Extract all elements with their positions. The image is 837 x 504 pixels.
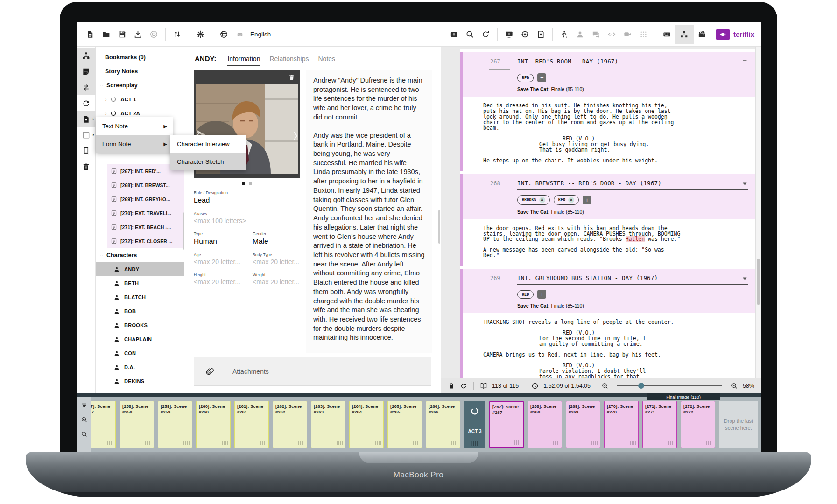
scene-heading[interactable]: INT. BREWSTER -- RED'S DOOR - DAY (1967) (517, 180, 661, 187)
scene-header[interactable]: 268 INT. BREWSTER -- RED'S DOOR - DAY (1… (463, 174, 755, 219)
scene-list-item[interactable]: [269]: INT. GREYHO... (107, 192, 184, 206)
scene-menu-icon[interactable] (742, 59, 748, 65)
scene-list-item[interactable]: [268]: INT. BREWST... (107, 178, 184, 192)
download-button[interactable] (130, 27, 146, 42)
story-notes-header[interactable]: Story Notes (96, 64, 184, 78)
scene-card[interactable]: [261]: Scene #261 (234, 401, 269, 448)
add-tag-button[interactable]: + (537, 290, 546, 299)
body-type-field[interactable]: <max 20 letter... (253, 257, 300, 268)
code-view-button[interactable] (604, 27, 619, 42)
zoom-out-icon[interactable] (601, 382, 609, 390)
attachments-bar[interactable]: Attachments (194, 357, 431, 386)
character-item[interactable]: BLATCH (96, 290, 184, 304)
add-tag-button[interactable]: + (537, 73, 546, 82)
open-folder-button[interactable] (98, 27, 114, 42)
scene-card[interactable]: [266]: Scene #266 (426, 401, 460, 448)
scene-body[interactable]: Red is dressed in his suit. He finishes … (463, 97, 755, 171)
sort-button[interactable] (169, 27, 185, 42)
type-field[interactable]: Human (194, 236, 241, 248)
scene-card[interactable]: [258]: Scene #258 (120, 401, 154, 448)
save-button[interactable] (114, 27, 130, 42)
zoom-in-icon[interactable] (731, 382, 738, 390)
scene-card[interactable]: [264]: Scene #264 (349, 401, 384, 448)
height-field[interactable]: <max 20 letter... (194, 277, 241, 288)
weight-field[interactable]: <max 20 letter... (253, 277, 300, 288)
character-bio[interactable]: Andrew "Andy" Dufresne is the main prota… (306, 70, 432, 353)
tab-relationships[interactable]: Relationships (269, 55, 309, 66)
carousel-dot-active[interactable] (242, 182, 245, 185)
profile-button[interactable] (572, 27, 588, 42)
character-item[interactable]: D.A. (96, 360, 184, 374)
scene-list-item[interactable]: [272]: EXT. CLOSER ... (107, 234, 184, 248)
bookmarks-header[interactable]: Bookmarks (0) (96, 50, 184, 64)
blank-note-button[interactable]: ▸ (77, 127, 96, 143)
refresh-icon[interactable] (460, 382, 467, 390)
screenplay-scrollbar[interactable] (755, 47, 761, 378)
character-item[interactable]: BOB (96, 304, 184, 318)
filmstrip-zoom-out-icon[interactable] (81, 431, 88, 438)
notes-view-button[interactable] (77, 63, 96, 79)
grid-view-button[interactable] (636, 27, 651, 42)
menu-item-text-note[interactable]: Text Note▶ (96, 117, 173, 135)
scene-card-selected[interactable]: [267]: Scene #267 (489, 401, 524, 448)
delete-photo-icon[interactable] (288, 74, 295, 81)
tab-notes[interactable]: Notes (318, 55, 336, 66)
structure-view-button[interactable] (77, 48, 96, 63)
scene-card[interactable]: [269]: Scene #269 (566, 401, 600, 448)
tab-information[interactable]: Information (227, 55, 260, 66)
sync-status-button[interactable] (146, 27, 162, 42)
aliases-field[interactable]: <max 100 letters> (194, 216, 300, 227)
menu-item-form-note[interactable]: Form Note▶ (96, 135, 173, 153)
add-note-button[interactable] (533, 27, 549, 42)
scrollbar-thumb[interactable] (757, 259, 760, 305)
scene-card[interactable]: [270]: Scene #270 (604, 401, 639, 448)
language-globe-button[interactable] (216, 27, 232, 42)
scene-card[interactable]: [257]: Scene #257 (91, 401, 116, 448)
add-note-menu-button[interactable]: ▸ (77, 111, 96, 127)
add-scene-button[interactable] (694, 27, 710, 42)
scene-card[interactable]: [272]: Scene #272 (681, 401, 715, 448)
menu-item-character-interview[interactable]: Character Interview (170, 135, 246, 153)
scene-menu-icon[interactable] (742, 181, 748, 187)
scene-body[interactable]: The door opens. Red exits with his bag a… (463, 219, 755, 266)
scene-heading[interactable]: INT. GREYHOUND BUS STATION - DAY (1967) (517, 274, 658, 281)
board-view-button[interactable] (675, 25, 694, 44)
scene-card[interactable]: [268]: Scene #268 (528, 401, 562, 448)
characters-header[interactable]: Characters (96, 248, 184, 262)
role-field[interactable]: Lead (194, 195, 300, 207)
bookmark-button[interactable] (77, 143, 96, 159)
scene-card[interactable]: [262]: Scene #262 (273, 401, 307, 448)
search-button[interactable] (462, 27, 478, 42)
drop-target[interactable]: Drop the last scene here. (719, 401, 758, 448)
character-item[interactable]: BROOKS (96, 318, 184, 332)
comments-button[interactable] (588, 27, 604, 42)
accessibility-button[interactable] (556, 27, 572, 42)
character-item[interactable]: BETH (96, 276, 184, 290)
scene-card[interactable]: [263]: Scene #263 (311, 401, 345, 448)
character-item[interactable]: CHAPLAIN (96, 332, 184, 346)
tree-item-act1[interactable]: › ACT 1 (96, 92, 184, 106)
refresh-button[interactable] (478, 27, 493, 42)
scene-list-item[interactable]: [271]: EXT. BEACH -... (107, 220, 184, 234)
character-item-andy[interactable]: ANDY (96, 262, 184, 276)
scene-list-item[interactable]: [270]: EXT. TRAVELI... (107, 206, 184, 220)
scene-menu-icon[interactable] (742, 275, 748, 281)
video-button[interactable] (620, 27, 635, 42)
transitions-button[interactable] (77, 79, 96, 95)
character-item[interactable]: CON (96, 346, 184, 360)
character-tag[interactable]: RED✕ (554, 195, 579, 205)
explorer-scrollbar[interactable] (183, 212, 184, 250)
settings-button[interactable] (193, 27, 208, 42)
act3-divider-card[interactable]: ACT 3 (464, 401, 485, 448)
scene-header[interactable]: 267 INT. RED'S ROOM - DAY (1967) RED + (463, 52, 755, 97)
carousel-dot[interactable] (249, 182, 252, 185)
delete-button[interactable] (77, 159, 96, 175)
menu-item-character-sketch[interactable]: Character Sketch (170, 153, 246, 170)
add-display-button[interactable] (501, 27, 517, 42)
reload-button[interactable] (77, 95, 96, 111)
remove-tag-icon[interactable]: ✕ (568, 197, 574, 203)
zoom-slider-thumb[interactable] (638, 383, 644, 389)
scene-body[interactable]: TRACKING SHOT reveals a long line of peo… (463, 313, 755, 378)
keyboard-shortcuts-button[interactable] (659, 27, 675, 42)
remove-tag-icon[interactable]: ✕ (539, 197, 545, 203)
